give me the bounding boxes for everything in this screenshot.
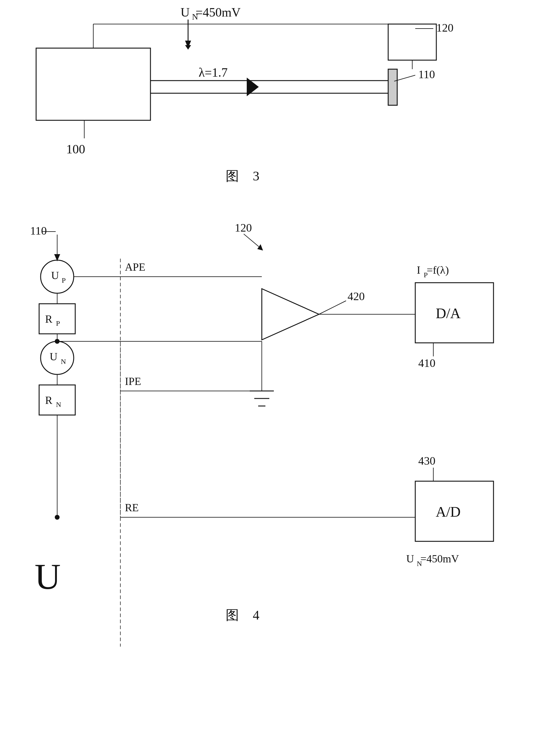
re-label: RE [125, 502, 139, 514]
un-top-val: =450mV [196, 5, 241, 19]
fig4-label: 图 [226, 608, 239, 622]
un-text: U [50, 351, 57, 363]
rn-text: R [45, 394, 52, 406]
rp-sub: P [56, 320, 60, 327]
lambda-label: λ=1.7 [199, 66, 228, 79]
rn-box [39, 385, 75, 415]
label-100: 100 [66, 142, 85, 156]
ape-label: APE [125, 261, 145, 273]
amplifier-420 [262, 289, 319, 340]
label-420: 420 [348, 290, 365, 303]
ip-label: I [417, 264, 420, 276]
rn-sub: N [56, 400, 61, 408]
arrow-120-d4 [244, 234, 259, 247]
ipe-label: IPE [125, 375, 141, 387]
rp-text: R [45, 313, 52, 325]
label-110-d4: 110 [30, 224, 47, 237]
page: U N =450mV 100 λ=1.7 110 120 [0, 0, 560, 732]
fig3-num: 3 [253, 169, 259, 184]
un-large-text: U [35, 557, 61, 597]
arrow-420 [319, 301, 346, 314]
label-120-d4: 120 [235, 221, 252, 234]
up-sub: P [62, 277, 66, 284]
un-bottom-label: U [406, 553, 414, 565]
up-text: U [51, 270, 59, 282]
label-120: 120 [436, 21, 453, 34]
label-110: 110 [418, 68, 435, 81]
ad-text: A/D [436, 504, 461, 520]
label-410: 410 [418, 357, 435, 369]
da-text: D/A [436, 305, 461, 321]
label-430: 430 [418, 454, 435, 467]
component-120 [388, 24, 436, 60]
junction-re-dot [55, 515, 60, 520]
un-top-label: U [181, 5, 190, 19]
fig3-label: 图 [226, 169, 239, 184]
un-sub: N [61, 358, 66, 366]
ip-val: =f(λ) [427, 264, 449, 276]
rp-box [39, 304, 75, 334]
arrow-to-100 [185, 45, 191, 50]
box-100 [36, 48, 150, 120]
arrow-120-head [257, 244, 263, 251]
component-110 [388, 69, 397, 105]
fig4-num: 4 [253, 608, 259, 622]
un-bottom-val: =450mV [420, 553, 459, 565]
diagrams-svg: U N =450mV 100 λ=1.7 110 120 [0, 0, 560, 732]
